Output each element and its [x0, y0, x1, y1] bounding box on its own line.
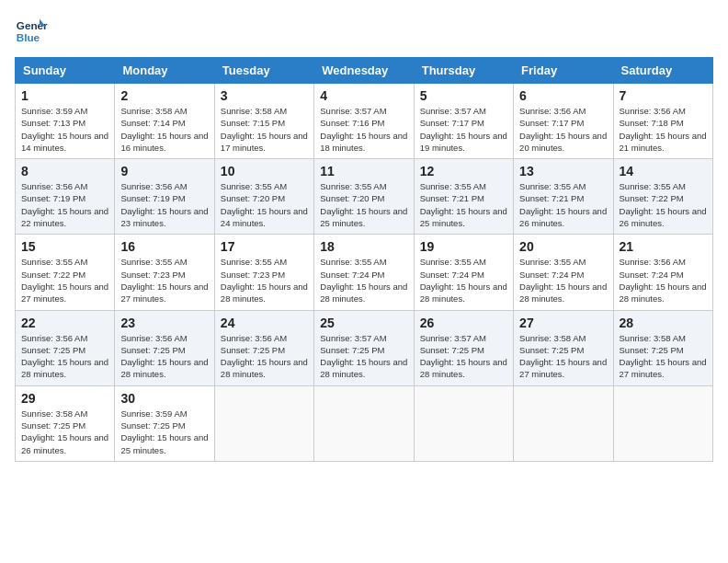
day-number: 14 — [620, 164, 707, 178]
day-info: Sunrise: 3:56 AMSunset: 7:25 PMDaylight:… — [21, 332, 108, 381]
day-info: Sunrise: 3:57 AMSunset: 7:25 PMDaylight:… — [420, 332, 507, 381]
col-header-wednesday: Wednesday — [314, 58, 414, 84]
day-cell: 10Sunrise: 3:55 AMSunset: 7:20 PMDayligh… — [214, 159, 313, 235]
week-row-3: 15Sunrise: 3:55 AMSunset: 7:22 PMDayligh… — [16, 235, 713, 310]
day-cell: 4Sunrise: 3:57 AMSunset: 7:16 PMDaylight… — [314, 84, 414, 159]
day-cell: 18Sunrise: 3:55 AMSunset: 7:24 PMDayligh… — [314, 235, 414, 310]
day-cell: 3Sunrise: 3:58 AMSunset: 7:15 PMDaylight… — [214, 84, 313, 159]
day-number: 21 — [620, 239, 707, 254]
col-header-sunday: Sunday — [16, 58, 115, 84]
day-number: 19 — [420, 239, 507, 254]
day-cell: 7Sunrise: 3:56 AMSunset: 7:18 PMDaylight… — [613, 84, 712, 159]
day-info: Sunrise: 3:56 AMSunset: 7:24 PMDaylight:… — [620, 256, 707, 304]
day-cell — [613, 385, 712, 461]
day-number: 22 — [21, 316, 108, 330]
day-info: Sunrise: 3:55 AMSunset: 7:22 PMDaylight:… — [620, 180, 707, 229]
col-header-saturday: Saturday — [613, 58, 712, 84]
logo: General Blue — [15, 15, 48, 48]
day-info: Sunrise: 3:55 AMSunset: 7:24 PMDaylight:… — [420, 256, 507, 304]
day-number: 16 — [120, 239, 208, 254]
day-cell: 2Sunrise: 3:58 AMSunset: 7:14 PMDaylight… — [115, 84, 214, 159]
day-number: 29 — [21, 391, 108, 406]
week-row-2: 8Sunrise: 3:56 AMSunset: 7:19 PMDaylight… — [16, 159, 713, 235]
calendar-table: SundayMondayTuesdayWednesdayThursdayFrid… — [15, 57, 713, 462]
day-cell: 23Sunrise: 3:56 AMSunset: 7:25 PMDayligh… — [115, 310, 214, 385]
day-info: Sunrise: 3:58 AMSunset: 7:25 PMDaylight:… — [519, 332, 607, 381]
day-info: Sunrise: 3:56 AMSunset: 7:18 PMDaylight:… — [620, 105, 707, 154]
day-info: Sunrise: 3:57 AMSunset: 7:17 PMDaylight:… — [420, 105, 507, 154]
day-number: 8 — [21, 164, 108, 178]
day-info: Sunrise: 3:55 AMSunset: 7:24 PMDaylight:… — [519, 256, 607, 304]
day-number: 4 — [320, 88, 407, 103]
day-info: Sunrise: 3:56 AMSunset: 7:17 PMDaylight:… — [519, 105, 607, 154]
day-cell — [514, 385, 613, 461]
day-cell: 22Sunrise: 3:56 AMSunset: 7:25 PMDayligh… — [16, 310, 115, 385]
day-cell: 14Sunrise: 3:55 AMSunset: 7:22 PMDayligh… — [613, 159, 712, 235]
day-number: 5 — [420, 88, 507, 103]
day-info: Sunrise: 3:57 AMSunset: 7:25 PMDaylight:… — [320, 332, 407, 381]
day-cell: 20Sunrise: 3:55 AMSunset: 7:24 PMDayligh… — [514, 235, 613, 310]
day-number: 23 — [120, 316, 208, 330]
day-info: Sunrise: 3:55 AMSunset: 7:22 PMDaylight:… — [21, 256, 108, 304]
day-cell: 30Sunrise: 3:59 AMSunset: 7:25 PMDayligh… — [115, 385, 214, 461]
day-cell: 16Sunrise: 3:55 AMSunset: 7:23 PMDayligh… — [115, 235, 214, 310]
day-number: 12 — [420, 164, 507, 178]
day-cell: 1Sunrise: 3:59 AMSunset: 7:13 PMDaylight… — [16, 84, 115, 159]
day-number: 10 — [221, 164, 308, 178]
day-number: 25 — [320, 316, 407, 330]
week-row-4: 22Sunrise: 3:56 AMSunset: 7:25 PMDayligh… — [16, 310, 713, 385]
day-cell: 15Sunrise: 3:55 AMSunset: 7:22 PMDayligh… — [16, 235, 115, 310]
day-number: 18 — [320, 239, 407, 254]
day-cell: 13Sunrise: 3:55 AMSunset: 7:21 PMDayligh… — [514, 159, 613, 235]
week-row-1: 1Sunrise: 3:59 AMSunset: 7:13 PMDaylight… — [16, 84, 713, 159]
day-info: Sunrise: 3:55 AMSunset: 7:21 PMDaylight:… — [519, 180, 607, 229]
day-cell: 11Sunrise: 3:55 AMSunset: 7:20 PMDayligh… — [314, 159, 414, 235]
logo-icon: General Blue — [15, 15, 48, 48]
day-number: 2 — [120, 88, 208, 103]
day-info: Sunrise: 3:55 AMSunset: 7:23 PMDaylight:… — [221, 256, 308, 304]
day-info: Sunrise: 3:56 AMSunset: 7:19 PMDaylight:… — [120, 180, 208, 229]
day-cell — [414, 385, 513, 461]
day-info: Sunrise: 3:57 AMSunset: 7:16 PMDaylight:… — [320, 105, 407, 154]
day-number: 27 — [519, 316, 607, 330]
day-number: 15 — [21, 239, 108, 254]
day-info: Sunrise: 3:56 AMSunset: 7:25 PMDaylight:… — [120, 332, 208, 381]
day-number: 24 — [221, 316, 308, 330]
day-cell: 19Sunrise: 3:55 AMSunset: 7:24 PMDayligh… — [414, 235, 513, 310]
day-number: 26 — [420, 316, 507, 330]
day-number: 6 — [519, 88, 607, 103]
day-info: Sunrise: 3:55 AMSunset: 7:20 PMDaylight:… — [320, 180, 407, 229]
day-number: 11 — [320, 164, 407, 178]
day-info: Sunrise: 3:56 AMSunset: 7:19 PMDaylight:… — [21, 180, 108, 229]
day-cell: 21Sunrise: 3:56 AMSunset: 7:24 PMDayligh… — [613, 235, 712, 310]
day-number: 7 — [620, 88, 707, 103]
day-number: 9 — [120, 164, 208, 178]
day-number: 13 — [519, 164, 607, 178]
day-cell: 25Sunrise: 3:57 AMSunset: 7:25 PMDayligh… — [314, 310, 414, 385]
day-cell: 8Sunrise: 3:56 AMSunset: 7:19 PMDaylight… — [16, 159, 115, 235]
day-info: Sunrise: 3:58 AMSunset: 7:25 PMDaylight:… — [21, 408, 108, 456]
day-cell: 26Sunrise: 3:57 AMSunset: 7:25 PMDayligh… — [414, 310, 513, 385]
day-cell: 12Sunrise: 3:55 AMSunset: 7:21 PMDayligh… — [414, 159, 513, 235]
svg-text:Blue: Blue — [17, 31, 40, 43]
week-row-5: 29Sunrise: 3:58 AMSunset: 7:25 PMDayligh… — [16, 385, 713, 461]
day-info: Sunrise: 3:55 AMSunset: 7:21 PMDaylight:… — [420, 180, 507, 229]
day-info: Sunrise: 3:58 AMSunset: 7:25 PMDaylight:… — [620, 332, 707, 381]
day-number: 3 — [221, 88, 308, 103]
day-cell: 24Sunrise: 3:56 AMSunset: 7:25 PMDayligh… — [214, 310, 313, 385]
day-info: Sunrise: 3:59 AMSunset: 7:25 PMDaylight:… — [120, 408, 208, 456]
day-info: Sunrise: 3:58 AMSunset: 7:15 PMDaylight:… — [221, 105, 308, 154]
header: General Blue — [15, 15, 713, 48]
day-number: 28 — [620, 316, 707, 330]
day-cell: 28Sunrise: 3:58 AMSunset: 7:25 PMDayligh… — [613, 310, 712, 385]
day-number: 20 — [519, 239, 607, 254]
col-header-friday: Friday — [514, 58, 613, 84]
day-info: Sunrise: 3:58 AMSunset: 7:14 PMDaylight:… — [120, 105, 208, 154]
col-header-tuesday: Tuesday — [214, 58, 313, 84]
day-number: 1 — [21, 88, 108, 103]
day-cell: 6Sunrise: 3:56 AMSunset: 7:17 PMDaylight… — [514, 84, 613, 159]
day-cell — [214, 385, 313, 461]
day-cell: 29Sunrise: 3:58 AMSunset: 7:25 PMDayligh… — [16, 385, 115, 461]
day-cell: 27Sunrise: 3:58 AMSunset: 7:25 PMDayligh… — [514, 310, 613, 385]
day-info: Sunrise: 3:59 AMSunset: 7:13 PMDaylight:… — [21, 105, 108, 154]
